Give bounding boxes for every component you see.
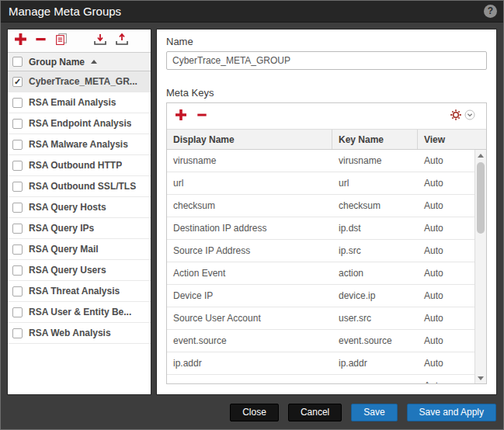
close-button[interactable]: Close xyxy=(230,404,279,421)
export-button[interactable] xyxy=(115,33,129,49)
row-checkbox[interactable]: ✓ xyxy=(12,77,23,87)
group-row[interactable]: RSA Web Analysis xyxy=(8,323,151,344)
row-checkbox[interactable] xyxy=(12,307,23,317)
key-name-cell: checksum xyxy=(332,200,418,211)
remove-meta-key-button[interactable] xyxy=(196,109,207,123)
display-name-cell: virusname xyxy=(167,155,332,166)
row-checkbox[interactable] xyxy=(12,98,23,108)
arrow-down-icon xyxy=(478,376,484,380)
group-row[interactable]: RSA Email Analysis xyxy=(8,92,151,113)
gear-icon xyxy=(450,109,462,124)
add-meta-key-button[interactable] xyxy=(175,109,187,124)
view-cell: Auto xyxy=(418,245,474,256)
dialog-title: Manage Meta Groups xyxy=(9,5,121,18)
view-cell: Auto xyxy=(418,313,474,324)
remove-group-button[interactable] xyxy=(35,33,47,48)
row-checkbox[interactable] xyxy=(12,224,23,234)
row-checkbox[interactable] xyxy=(12,328,23,338)
meta-table-scrollbar[interactable] xyxy=(474,150,486,383)
group-toolbar xyxy=(8,29,151,53)
view-cell: Auto xyxy=(418,155,474,166)
select-all-checkbox[interactable] xyxy=(12,57,23,67)
group-row[interactable]: RSA Malware Analysis xyxy=(8,134,151,155)
meta-rows: virusname virusname Auto url url Auto ch… xyxy=(167,150,474,383)
group-row[interactable]: RSA Query Hosts xyxy=(8,197,151,218)
meta-key-row[interactable]: Action Event action Auto xyxy=(167,262,474,285)
group-row[interactable]: RSA Outbound SSL/TLS xyxy=(8,176,151,197)
group-row[interactable]: RSA Query IPs xyxy=(8,218,151,239)
row-checkbox[interactable] xyxy=(12,265,23,276)
group-row[interactable]: RSA Endpoint Analysis xyxy=(8,113,151,134)
meta-key-row[interactable]: ip.addr ip.addr Auto xyxy=(167,352,474,375)
display-name-cell: Source User Account xyxy=(167,313,332,324)
group-name: CyberTrace_META_GR... xyxy=(29,76,137,87)
name-input[interactable] xyxy=(166,51,487,70)
row-checkbox[interactable] xyxy=(12,161,23,171)
import-icon xyxy=(93,33,107,49)
key-name-cell: ip.addr xyxy=(332,358,418,369)
import-export-group xyxy=(93,33,129,49)
manage-meta-groups-dialog: { "dialog": { "title": "Manage Meta Grou… xyxy=(0,0,504,430)
key-name-cell: user.src xyxy=(332,313,418,324)
check-icon: ✓ xyxy=(14,77,21,87)
display-name-cell: Action Event xyxy=(167,268,332,279)
key-name-cell: url xyxy=(332,178,418,189)
group-row[interactable]: RSA Outbound HTTP xyxy=(8,155,151,176)
group-name: RSA Web Analysis xyxy=(29,328,111,338)
column-header-display-name[interactable]: Display Name xyxy=(167,130,332,149)
display-name-cell: Destination IP address xyxy=(167,223,332,234)
column-header-key-name[interactable]: Key Name xyxy=(332,130,418,149)
settings-button[interactable] xyxy=(447,107,478,126)
row-checkbox[interactable] xyxy=(12,286,23,296)
add-group-button[interactable] xyxy=(14,33,27,49)
group-name: RSA Query Mail xyxy=(29,244,99,255)
help-icon[interactable]: ? xyxy=(484,5,497,18)
cancel-button[interactable]: Cancel xyxy=(288,404,342,421)
plus-icon xyxy=(14,33,27,49)
group-table-header[interactable]: Group Name xyxy=(8,53,151,71)
key-name-cell: event.source xyxy=(332,335,418,346)
column-header-view[interactable]: View xyxy=(418,134,486,145)
display-name-cell: event.source xyxy=(167,335,332,346)
group-name: RSA Query Users xyxy=(29,265,106,276)
meta-key-row[interactable]: Device IP device.ip Auto xyxy=(167,285,474,307)
group-list-panel: Group Name ✓ CyberTrace_META_GR... RSA E… xyxy=(7,29,151,395)
meta-key-row[interactable]: event.source event.source Auto xyxy=(167,330,474,352)
display-name-cell: ip.addr xyxy=(167,358,332,369)
group-row[interactable]: RSA User & Entity Be... xyxy=(8,302,151,323)
save-button[interactable]: Save xyxy=(351,404,397,421)
group-detail-panel: Name Meta Keys Display Name Key Name Vie… xyxy=(156,29,497,395)
meta-key-row[interactable]: url url Auto xyxy=(167,172,474,195)
group-name-column-header[interactable]: Group Name xyxy=(29,57,85,68)
scroll-down-button[interactable] xyxy=(475,373,486,383)
name-label: Name xyxy=(166,36,193,47)
row-checkbox[interactable] xyxy=(12,119,23,129)
group-name: RSA Threat Analysis xyxy=(29,286,120,296)
group-row[interactable]: ✓ CyberTrace_META_GR... xyxy=(8,71,151,92)
meta-key-row[interactable]: Destination IP address ip.dst Auto xyxy=(167,217,474,240)
view-cell: Auto xyxy=(418,200,474,211)
meta-key-row[interactable]: virusname virusname Auto xyxy=(167,150,474,172)
group-row[interactable]: RSA Threat Analysis xyxy=(8,281,151,302)
meta-keys-toolbar xyxy=(167,103,486,130)
display-name-cell: checksum xyxy=(167,200,332,211)
footer: Close Cancel Save Save and Apply xyxy=(1,395,503,429)
meta-key-row[interactable]: Source IP Address ip.src Auto xyxy=(167,240,474,262)
import-button[interactable] xyxy=(93,33,107,49)
save-and-apply-button[interactable]: Save and Apply xyxy=(407,404,496,421)
meta-key-row[interactable]: checksum checksum Auto xyxy=(167,195,474,217)
row-checkbox[interactable] xyxy=(12,244,23,255)
scroll-up-button[interactable] xyxy=(475,150,486,161)
group-name: RSA Outbound HTTP xyxy=(29,160,122,171)
group-row[interactable]: RSA Query Users xyxy=(8,260,151,281)
row-checkbox[interactable] xyxy=(12,140,23,150)
group-row[interactable]: RSA Query Mail xyxy=(8,239,151,260)
copy-group-button[interactable] xyxy=(54,33,68,49)
meta-key-row[interactable]: msg msg Auto xyxy=(167,375,474,383)
row-checkbox[interactable] xyxy=(12,182,23,192)
scroll-thumb[interactable] xyxy=(477,162,485,234)
meta-key-row[interactable]: Source User Account user.src Auto xyxy=(167,307,474,330)
display-name-cell: Source IP Address xyxy=(167,245,332,256)
row-checkbox[interactable] xyxy=(12,203,23,213)
key-name-cell: ip.src xyxy=(332,245,418,256)
